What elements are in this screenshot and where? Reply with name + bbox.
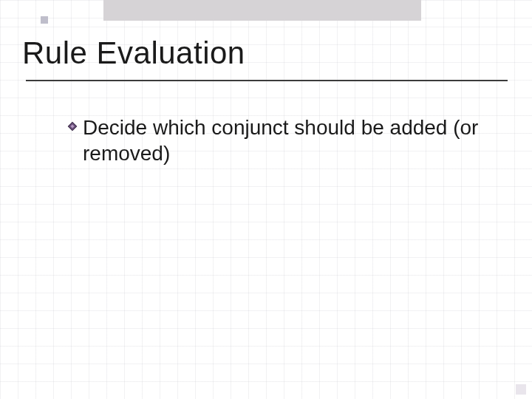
slide: Rule Evaluation Decide which conjunct sh… xyxy=(0,0,532,399)
bullet-item: Decide which conjunct should be added (o… xyxy=(66,115,495,166)
top-left-corner-block xyxy=(41,16,48,24)
diamond-bullet-icon xyxy=(66,120,78,132)
top-decorative-band xyxy=(103,0,421,21)
title-underline xyxy=(26,80,508,81)
bullet-text: Decide which conjunct should be added (o… xyxy=(83,115,495,166)
slide-title: Rule Evaluation xyxy=(22,35,245,71)
bottom-right-corner-block xyxy=(516,384,526,395)
slide-body: Decide which conjunct should be added (o… xyxy=(66,115,495,166)
